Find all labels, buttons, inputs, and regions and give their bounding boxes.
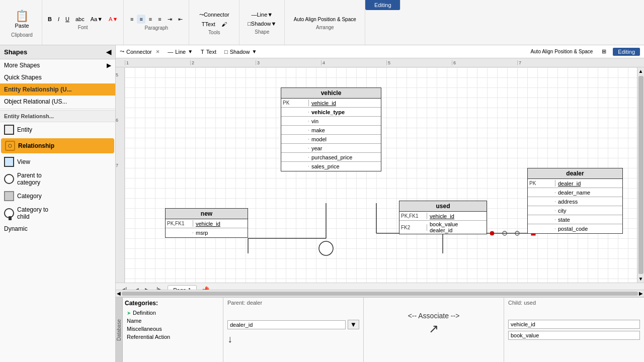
auto-align-button[interactable]: Auto Align Position & Space [291,15,359,24]
connector-line-label: Line [175,49,186,55]
clipboard-label: Clipboard [11,32,33,38]
shape-group: — Line ▼ □ Shadow ▼ Shape [239,0,285,45]
category-icon [4,191,14,201]
vehicle-pk-key: PK [281,100,309,106]
sidebar-shape-entity[interactable]: Entity [0,122,115,137]
child-label: Child: used [508,300,640,306]
shadow-button[interactable]: □ Shadow ▼ [245,19,279,28]
vehicle-field-make: make [281,126,381,135]
dealer-field-state: state [528,215,622,224]
scroll-down-button[interactable]: ▼ [637,275,644,283]
paint-tool-button[interactable]: 🖌 [219,20,229,29]
connector-text-label: Text [206,49,216,55]
used-row-book-value: FK2 book_valuedealer_id [399,221,487,234]
sidebar-shape-parent-to-category[interactable]: Parent tocategory [0,169,115,189]
connector-bar-text[interactable]: T Text [201,49,216,55]
sidebar-item-entity-relationship[interactable]: Entity Relationship (U... [0,83,115,96]
canvas-wrapper: ⤳ Connector × — Line ▼ T Text □ Shadow ▼… [116,45,644,362]
scroll-thumb-h[interactable] [122,292,638,296]
connector-bar-shadow[interactable]: □ Shadow ▼ [224,49,257,55]
new-row-vehicle-id: PK,FK1 vehicle_id [166,219,248,228]
scroll-up-button[interactable]: ▲ [637,67,644,75]
tools-group: ⤳ Connector T Text 🖌 Tools [189,0,239,45]
sidebar-shape-category-to-child[interactable]: Category tochild [0,204,115,223]
collapse-icon[interactable]: ◀ [106,48,111,56]
child-field-input-1[interactable] [508,320,640,329]
table-dealer[interactable]: dealer PK dealer_id dealer_name address [527,168,623,234]
ruler-mark-2: 2 [190,60,256,65]
entity-icon [4,125,14,135]
horizontal-scrollbar[interactable]: ◀ ▶ [116,290,644,297]
scroll-left-button[interactable]: ◀ [117,291,121,296]
category-referential-action[interactable]: Referential Action [125,333,221,341]
line-button[interactable]: — Line ▼ [249,10,275,19]
bottom-categories: Categories: ➤ Definition Name Miscellane… [123,298,223,362]
sidebar-section-entity: Entity Relationsh... [0,110,115,122]
child-field-row-1 [508,320,640,331]
font-group: B I U abc Aa▼ A▼ Font [42,0,124,45]
sidebar-shape-dynamic[interactable]: Dynamic [0,223,115,235]
sidebar-shape-relationship[interactable]: ⬡ Relationship [1,138,114,153]
connector-bar-line[interactable]: — Line ▼ [168,49,193,55]
db-sidebar-tab[interactable]: Database [116,298,123,362]
child-field-row-2 [508,331,640,340]
font-size-button[interactable]: Aa▼ [88,15,105,24]
object-relational-label: Object Relational (US... [4,98,67,105]
scroll-thumb-v[interactable] [638,76,643,274]
auto-align-btn[interactable]: Auto Align Position & Space [528,47,595,56]
outdent-button[interactable]: ⇤ [176,15,185,24]
scroll-right-button[interactable]: ▶ [639,291,643,296]
strikethrough-button[interactable]: abc [73,15,87,24]
category-definition[interactable]: ➤ Definition [125,309,221,317]
table-vehicle[interactable]: vehicle PK vehicle_id vehicle_type vin [281,87,381,171]
child-field-input-2[interactable] [508,331,640,340]
parent-arrow-down: ↓ [227,333,359,345]
connector-tool-button[interactable]: ⤳ Connector [197,10,232,20]
ruler-mark-5: 5 [386,60,452,65]
bottom-parent-panel: Parent: dealer ▼ ↓ [223,298,364,362]
table-used[interactable]: used PK,FK1 vehicle_id FK2 book_valuedea… [399,201,487,234]
paste-button[interactable]: 📋 Paste [10,7,33,31]
align-left-button[interactable]: ≡ [128,15,136,24]
parent-field-dropdown[interactable]: ▼ [348,320,359,329]
parent-field-input[interactable] [227,320,346,329]
text-tool-button[interactable]: T Text [199,20,218,29]
parent-to-category-label: Parent tocategory [17,172,42,186]
arrange-group: Auto Align Position & Space Arrange [285,0,365,45]
canvas-area[interactable]: vehicle PK vehicle_id vehicle_type vin [125,67,644,283]
bold-button[interactable]: B [45,15,54,24]
table-new[interactable]: new PK,FK1 vehicle_id msrp [165,208,248,238]
vertical-scrollbar[interactable]: ▲ ▼ [637,67,644,283]
font-color-button[interactable]: A▼ [106,15,120,24]
bottom-child-panel: Child: used [504,298,644,362]
underline-button[interactable]: U [63,15,72,24]
shadow-dropdown-icon[interactable]: ▼ [252,49,257,54]
connector-bar-connector[interactable]: ⤳ Connector × [120,48,159,55]
indent-button[interactable]: ⇥ [165,15,175,24]
category-misc-label: Miscellaneous [127,326,162,332]
align-right-button[interactable]: ≡ [146,15,154,24]
category-name[interactable]: Name [125,317,221,325]
connector-close-button[interactable]: × [156,48,160,55]
font-label: Font [78,25,88,30]
parent-field-row: ▼ [227,320,359,329]
parent-label: Parent: dealer [227,300,359,306]
italic-button[interactable]: I [55,15,62,24]
sidebar-shape-category[interactable]: Category [0,189,115,204]
ruler-mark-4: 4 [321,60,386,65]
line-dropdown-icon[interactable]: ▼ [188,49,193,54]
shadow-bar-icon: □ [224,49,228,55]
sidebar-item-more-shapes[interactable]: More Shapes ▶ [0,59,115,71]
clipboard-group: 📋 Paste Clipboard [2,0,42,45]
cat-to-child-label: Category tochild [17,206,48,220]
categories-title: Categories: [125,300,221,307]
justify-button[interactable]: ≡ [155,15,164,24]
category-miscellaneous[interactable]: Miscellaneous [125,325,221,333]
sidebar-item-object-relational[interactable]: Object Relational (US... [0,96,115,108]
sidebar-item-quick-shapes[interactable]: Quick Shapes [0,71,115,83]
sidebar-shape-view[interactable]: View [0,154,115,169]
vehicle-pk-field: vehicle_id [309,100,381,107]
quick-shapes-label: Quick Shapes [4,74,42,81]
arrange-icon-btn[interactable]: ⊞ [599,47,609,56]
align-center-button[interactable]: ≡ [137,15,145,24]
